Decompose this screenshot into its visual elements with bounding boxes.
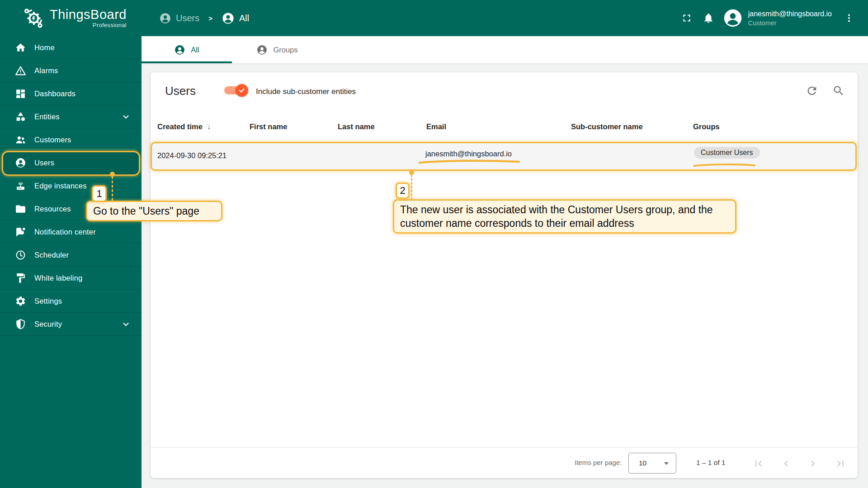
- include-subcustomer-toggle[interactable]: [224, 86, 247, 95]
- tab-groups[interactable]: Groups: [232, 36, 322, 63]
- breadcrumb: Users > All: [159, 0, 249, 36]
- search-button[interactable]: [832, 84, 846, 98]
- bell-icon: [703, 12, 714, 24]
- user-email: janesmith@thingsboard.io: [748, 9, 832, 19]
- sidebar-item-dashboards[interactable]: Dashboards: [0, 82, 142, 105]
- breadcrumb-users[interactable]: Users: [159, 12, 199, 24]
- sidebar-item-alarms[interactable]: Alarms: [0, 59, 142, 82]
- top-header: ThingsBoard Professional Users > All: [0, 0, 868, 36]
- column-header-last-name[interactable]: Last name: [338, 112, 375, 141]
- user-circle-icon: [159, 12, 171, 24]
- entity-tabbar: All Groups: [142, 36, 868, 63]
- notifications-button[interactable]: [698, 7, 719, 29]
- column-header-groups[interactable]: Groups: [693, 112, 720, 141]
- warning-icon: [15, 65, 26, 76]
- annotation-connector-line-2: [411, 174, 412, 200]
- chevron-down-icon[interactable]: [120, 319, 132, 330]
- annotation-callout-1: Go to the "Users" page: [86, 201, 222, 221]
- avatar: [723, 8, 743, 28]
- sidebar-item-entities[interactable]: Entities: [0, 105, 142, 128]
- chevron-down-icon[interactable]: [120, 111, 132, 122]
- logo-subtitle: Professional: [50, 22, 127, 28]
- chip-underline-annotation: [692, 163, 756, 168]
- user-circle-icon: [256, 44, 268, 56]
- cell-groups: Customer Users: [694, 147, 760, 159]
- gear-icon: [15, 296, 26, 307]
- page-range-label: 1 – 1 of 1: [696, 459, 760, 467]
- search-icon: [832, 84, 845, 97]
- cell-email: janesmith@thingsboard.io: [425, 150, 512, 158]
- fullscreen-button[interactable]: [676, 7, 698, 29]
- select-caret-icon: [663, 461, 670, 466]
- users-table-card: Users Include sub-customer entities Crea…: [151, 72, 858, 478]
- check-icon: [238, 87, 245, 94]
- sidebar-item-security[interactable]: Security: [0, 313, 142, 336]
- column-header-created-time[interactable]: Created time ↓: [157, 112, 211, 141]
- sidebar-item-settings[interactable]: Settings: [0, 290, 142, 313]
- items-per-page-value: 10: [639, 459, 646, 467]
- sidebar-item-users[interactable]: Users: [0, 151, 142, 174]
- sidebar-item-white-labeling[interactable]: White labeling: [0, 267, 142, 290]
- dashboard-icon: [15, 88, 26, 99]
- breadcrumb-separator: >: [205, 14, 216, 22]
- column-header-email[interactable]: Email: [426, 112, 446, 141]
- router-icon: [15, 180, 26, 192]
- home-icon: [15, 42, 26, 53]
- active-tab-indicator: [142, 61, 232, 63]
- sidebar-item-edge-instances[interactable]: Edge instances: [0, 174, 142, 197]
- refresh-icon: [806, 84, 818, 97]
- tab-all-label: All: [191, 46, 199, 54]
- tab-groups-label: Groups: [273, 46, 297, 54]
- refresh-button[interactable]: [806, 84, 819, 98]
- breadcrumb-all[interactable]: All: [222, 12, 249, 25]
- items-per-page-label: Items per page:: [575, 459, 622, 466]
- group-chip[interactable]: Customer Users: [694, 147, 760, 159]
- tab-all[interactable]: All: [142, 36, 232, 63]
- items-per-page-select[interactable]: 10: [628, 453, 676, 474]
- thingsboard-app: ThingsBoard Professional Users > All: [0, 0, 868, 488]
- kebab-icon: [844, 13, 854, 23]
- user-circle-icon: [174, 44, 185, 56]
- column-header-sub-customer-name[interactable]: Sub-customer name: [571, 112, 643, 141]
- sidebar-nav: Home Alarms Dashboards Entities Customer…: [0, 36, 142, 488]
- people-icon: [15, 134, 26, 145]
- toggle-thumb: [236, 84, 248, 97]
- sidebar-item-notification-center[interactable]: Notification center: [0, 221, 142, 244]
- thingsboard-logo[interactable]: ThingsBoard Professional: [21, 5, 127, 31]
- column-header-first-name[interactable]: First name: [250, 112, 287, 141]
- last-page-button[interactable]: [835, 458, 846, 469]
- clock-icon: [15, 249, 26, 261]
- annotation-badge-2: 2: [396, 183, 410, 199]
- user-circle-icon: [15, 157, 26, 169]
- paginator: Items per page: 10 1 – 1 of 1: [151, 447, 858, 478]
- thingsboard-logo-icon: [21, 5, 46, 31]
- user-role: Customer: [748, 19, 832, 28]
- chat-notification-icon: [15, 226, 26, 238]
- first-page-icon: [753, 458, 764, 469]
- next-page-button[interactable]: [807, 458, 819, 469]
- chevron-right-icon: [807, 458, 819, 469]
- paint-roller-icon: [15, 272, 26, 284]
- previous-page-button[interactable]: [780, 458, 792, 469]
- table-row[interactable]: 2024-09-30 09:25:21 janesmith@thingsboar…: [151, 142, 857, 171]
- chevron-left-icon: [780, 458, 792, 469]
- table-header-row: Created time ↓ First name Last name Emai…: [151, 112, 858, 141]
- sort-desc-icon: ↓: [207, 122, 211, 131]
- sidebar-item-scheduler[interactable]: Scheduler: [0, 244, 142, 267]
- panel-title: Users: [165, 84, 196, 98]
- sidebar-item-home[interactable]: Home: [0, 36, 142, 59]
- sidebar-item-customers[interactable]: Customers: [0, 128, 142, 151]
- category-icon: [15, 111, 26, 122]
- shield-icon: [15, 319, 26, 330]
- toggle-label[interactable]: Include sub-customer entities: [256, 86, 356, 98]
- annotation-callout-2: The new user is associated with the Cust…: [393, 199, 736, 234]
- annotation-connector-line-1: [112, 176, 113, 201]
- fullscreen-icon: [681, 12, 693, 24]
- more-menu-button[interactable]: [838, 7, 860, 29]
- first-page-button[interactable]: [753, 458, 764, 469]
- user-circle-icon: [222, 12, 235, 25]
- email-underline-annotation: [418, 159, 521, 164]
- folder-icon: [15, 203, 26, 215]
- header-actions: janesmith@thingsboard.io Customer: [676, 0, 860, 36]
- user-menu[interactable]: janesmith@thingsboard.io Customer: [723, 8, 838, 28]
